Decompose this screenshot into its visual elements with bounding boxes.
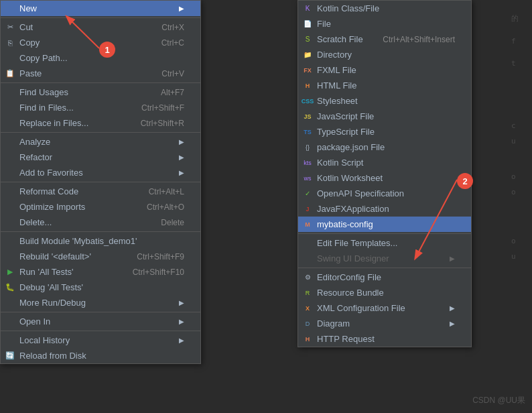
- kotlin-worksheet-icon: ws: [302, 173, 313, 184]
- submenu-item-typescript[interactable]: TS TypeScript File: [298, 124, 471, 139]
- menu-item-open-in[interactable]: Open In ▶: [1, 314, 200, 329]
- directory-icon: 📁: [302, 50, 313, 60]
- menu-item-refactor[interactable]: Refactor ▶: [1, 150, 200, 165]
- submenu-item-openapi[interactable]: ✓ OpenAPI Specification: [298, 186, 471, 201]
- annotation-1: 1: [99, 42, 115, 58]
- submenu-separator-2: [298, 268, 471, 268]
- submenu-item-file[interactable]: 📄 File: [298, 16, 471, 32]
- menu-item-debug-tests[interactable]: 🐛 Debug 'All Tests': [1, 280, 200, 295]
- submenu-separator-1: [298, 233, 471, 234]
- cut-icon: ✂: [5, 22, 15, 33]
- javafx-icon: J: [302, 204, 313, 215]
- fxml-icon: FX: [302, 65, 313, 76]
- scratch-icon: S: [302, 34, 313, 45]
- refactor-icon: [5, 152, 15, 163]
- xml-icon: X: [302, 303, 313, 314]
- menu-item-paste[interactable]: 📋 Paste Ctrl+V: [1, 66, 200, 81]
- replace-icon: [5, 118, 15, 129]
- ts-icon: TS: [302, 127, 313, 137]
- swing-icon: [302, 253, 313, 264]
- submenu-item-kotlin-script[interactable]: kts Kotlin Script: [298, 155, 471, 170]
- menu-item-add-to-favorites[interactable]: Add to Favorites ▶: [1, 165, 200, 180]
- separator-5: [1, 231, 200, 232]
- mybatis-icon: M: [302, 219, 313, 230]
- more-run-icon: [5, 298, 15, 308]
- separator-3: [1, 132, 200, 133]
- menu-item-more-run-debug[interactable]: More Run/Debug ▶: [1, 295, 200, 310]
- submenu-item-resource-bundle[interactable]: R Resource Bundle: [298, 285, 471, 300]
- menu-item-optimize-imports[interactable]: Optimize Imports Ctrl+Alt+O: [1, 199, 200, 215]
- new-icon: [5, 3, 15, 14]
- submenu-item-fxml[interactable]: FX FXML File: [298, 62, 471, 78]
- analyze-icon: [5, 137, 15, 148]
- menu-item-run-tests[interactable]: ▶ Run 'All Tests' Ctrl+Shift+F10: [1, 264, 200, 280]
- submenu-item-stylesheet[interactable]: CSS Stylesheet: [298, 93, 471, 109]
- openapi-icon: ✓: [302, 188, 313, 199]
- menu-item-delete[interactable]: Delete... Delete: [1, 215, 200, 230]
- new-submenu: K Kotlin Class/File 📄 File S Scratch Fil…: [297, 0, 472, 347]
- html-icon: H: [302, 80, 313, 91]
- separator-4: [1, 182, 200, 182]
- submenu-item-javascript[interactable]: JS JavaScript File: [298, 109, 471, 124]
- watermark: CSDN @UU果: [472, 395, 525, 406]
- separator-6: [1, 312, 200, 312]
- separator-2: [1, 82, 200, 83]
- separator-1: [1, 17, 200, 18]
- run-icon: ▶: [5, 267, 15, 278]
- submenu-item-diagram[interactable]: D Diagram ▶: [298, 316, 471, 331]
- menu-item-analyze[interactable]: Analyze ▶: [1, 134, 200, 150]
- find-files-icon: [5, 103, 15, 113]
- find-usages-icon: [5, 87, 15, 98]
- js-icon: JS: [302, 111, 313, 122]
- paste-icon: 📋: [5, 68, 15, 79]
- editorconfig-icon: ⚙: [302, 272, 313, 283]
- rebuild-icon: [5, 251, 15, 262]
- diagram-icon: D: [302, 318, 313, 329]
- kotlin-script-icon: kts: [302, 158, 313, 168]
- resource-bundle-icon: R: [302, 288, 313, 298]
- submenu-item-kotlin-class[interactable]: K Kotlin Class/File: [298, 1, 471, 16]
- build-icon: [5, 236, 15, 247]
- menu-item-new[interactable]: New ▶: [1, 1, 200, 16]
- open-in-icon: [5, 316, 15, 327]
- submenu-item-mybatis[interactable]: M mybatis-config: [298, 217, 471, 232]
- menu-item-find-in-files[interactable]: Find in Files... Ctrl+Shift+F: [1, 100, 200, 115]
- copy-path-icon: [5, 53, 15, 64]
- favorites-icon: [5, 168, 15, 178]
- json-icon: {}: [302, 142, 313, 153]
- menu-item-find-usages[interactable]: Find Usages Alt+F7: [1, 84, 200, 100]
- menu-item-replace-in-files[interactable]: Replace in Files... Ctrl+Shift+R: [1, 115, 200, 131]
- submenu-item-javafx[interactable]: J JavaFXApplication: [298, 201, 471, 217]
- submenu-item-directory[interactable]: 📁 Directory: [298, 47, 471, 62]
- submenu-item-xml-config[interactable]: X XML Configuration File ▶: [298, 300, 471, 316]
- http-icon: H: [302, 334, 313, 345]
- submenu-item-http[interactable]: H HTTP Request: [298, 331, 471, 347]
- menu-item-cut[interactable]: ✂ Cut Ctrl+X: [1, 19, 200, 35]
- submenu-item-editorconfig[interactable]: ⚙ EditorConfig File: [298, 270, 471, 285]
- reformat-icon: [5, 186, 15, 197]
- submenu-item-kotlin-worksheet[interactable]: ws Kotlin Worksheet: [298, 170, 471, 186]
- menu-item-reformat[interactable]: Reformat Code Ctrl+Alt+L: [1, 184, 200, 199]
- delete-icon: [5, 217, 15, 228]
- submenu-item-scratch[interactable]: S Scratch File Ctrl+Alt+Shift+Insert: [298, 32, 471, 47]
- optimize-icon: [5, 202, 15, 213]
- menu-item-rebuild[interactable]: Rebuild '<default>' Ctrl+Shift+F9: [1, 249, 200, 264]
- menu-item-build-module[interactable]: Build Module 'Mybatis_demo1': [1, 233, 200, 249]
- submenu-item-edit-templates[interactable]: Edit File Templates...: [298, 235, 471, 251]
- submenu-item-html[interactable]: H HTML File: [298, 78, 471, 93]
- kotlin-class-icon: K: [302, 3, 313, 14]
- menu-item-reload[interactable]: 🔄 Reload from Disk: [1, 348, 200, 363]
- css-icon: CSS: [302, 96, 313, 107]
- copy-icon: ⎘: [5, 38, 15, 48]
- file-icon: 📄: [302, 19, 313, 30]
- debug-icon: 🐛: [5, 282, 15, 293]
- annotation-2: 2: [457, 173, 473, 189]
- edit-templates-icon: [302, 238, 313, 249]
- submenu-item-swing[interactable]: Swing UI Designer ▶: [298, 251, 471, 266]
- submenu-item-package-json[interactable]: {} package.json File: [298, 139, 471, 155]
- separator-7: [1, 331, 200, 331]
- reload-icon: 🔄: [5, 351, 15, 361]
- history-icon: [5, 335, 15, 346]
- menu-item-local-history[interactable]: Local History ▶: [1, 333, 200, 348]
